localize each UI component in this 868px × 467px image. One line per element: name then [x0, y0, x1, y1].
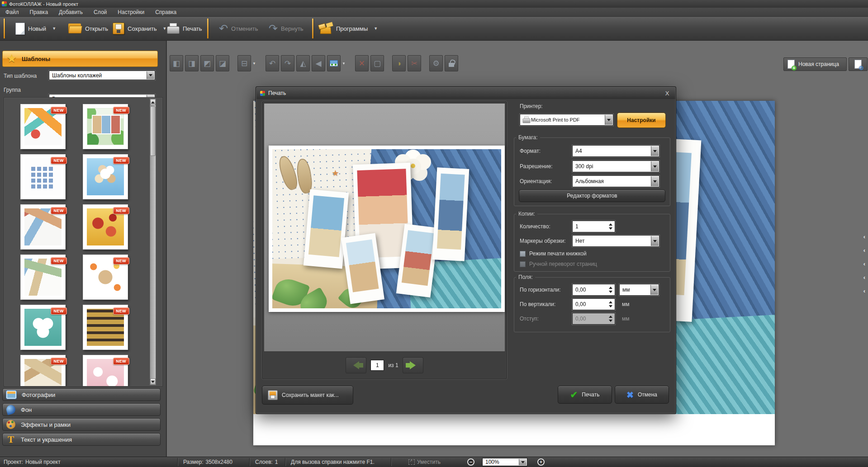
menu-item-5[interactable]: Настройки [112, 8, 150, 16]
fit-page-button[interactable]: ▼ [327, 55, 341, 71]
redo-button[interactable]: ↷ Вернуть [266, 19, 306, 38]
new-page-button[interactable]: Новая страница [783, 57, 847, 71]
template-scrollbar[interactable] [150, 99, 156, 385]
unlock-button[interactable] [445, 55, 458, 71]
vertical-input[interactable] [572, 298, 615, 310]
template-thumb[interactable]: NEW [20, 204, 66, 250]
chevron-down-icon[interactable] [651, 161, 659, 171]
flip-horizontal-button[interactable]: ◭ [296, 55, 310, 71]
markers-select[interactable]: Нет [572, 235, 659, 247]
layer-forward-button[interactable]: ◧ [170, 55, 183, 71]
template-thumb[interactable]: NEW [83, 204, 128, 250]
undo-button[interactable]: ↶ Отменить [216, 19, 261, 38]
printer-select[interactable]: Microsoft Print to PDF [520, 114, 613, 126]
chevron-down-icon[interactable]: ▼ [341, 56, 346, 71]
cut-button[interactable]: ✂ [408, 55, 421, 71]
zoom-in-icon: + [537, 458, 545, 466]
unit-select[interactable]: мм [619, 284, 659, 296]
chevron-down-icon[interactable] [651, 236, 659, 246]
zoom-in-button[interactable]: + [537, 457, 545, 467]
collage-preview: ★ [272, 149, 501, 308]
template-thumb[interactable]: NEW [83, 154, 128, 199]
menu-item-2[interactable]: Правка [24, 8, 54, 16]
copies-count-value[interactable] [573, 222, 607, 231]
dialog-cancel-button[interactable]: ✖ Отмена [615, 386, 669, 404]
copies-count-input[interactable] [572, 221, 615, 232]
delete-button[interactable]: ✕ [355, 55, 369, 71]
template-thumb[interactable]: NEW [20, 154, 66, 199]
menu-item-1[interactable]: Файл [0, 8, 24, 16]
chevron-down-icon[interactable] [147, 71, 154, 79]
programs-button[interactable]: Программы ▼ [316, 19, 380, 38]
scroll-up-icon[interactable] [150, 99, 156, 105]
template-type-select[interactable]: Шаблоны коллажей [49, 71, 155, 80]
close-icon[interactable]: X [663, 89, 671, 97]
template-thumb[interactable]: NEW [20, 305, 66, 350]
save-button[interactable]: Сохранить ▼ [110, 19, 170, 38]
new-button[interactable]: Новый ▼ [13, 19, 59, 38]
page-number-input[interactable] [370, 360, 384, 371]
scrollbar-thumb[interactable] [150, 106, 156, 156]
template-thumb[interactable]: NEW [83, 255, 128, 300]
chevron-down-icon[interactable]: ▼ [374, 26, 378, 31]
horizontal-input[interactable] [572, 284, 615, 296]
resolution-select[interactable]: 300 dpi [572, 160, 659, 172]
printer-settings-button[interactable]: Настройки [617, 113, 666, 128]
chevron-down-icon[interactable] [651, 146, 659, 156]
print-button[interactable]: Печать [164, 19, 205, 38]
templates-header[interactable]: ★ Шаблоны [2, 51, 158, 67]
section-background[interactable]: Фон [2, 403, 161, 416]
template-thumb[interactable]: NEW [20, 355, 66, 387]
menu-item-4[interactable]: Слой [88, 8, 112, 16]
align-button[interactable]: ⊟▼ [237, 55, 251, 71]
zoom-out-button[interactable]: − [467, 457, 474, 467]
template-thumb[interactable]: NEW [83, 355, 128, 387]
section-photos[interactable]: Фотографии [2, 388, 161, 401]
fit-button[interactable]: Уместить [408, 457, 441, 467]
layer-back-button[interactable]: ◪ [216, 55, 229, 71]
layer-front-button[interactable]: ◩ [200, 55, 214, 71]
orientation-select[interactable]: Альбомная [572, 175, 659, 187]
spinner-arrows-icon[interactable] [608, 221, 613, 232]
rotate-left-button[interactable]: ↶ [266, 55, 279, 71]
save-layout-button[interactable]: Сохранить макет как... [262, 386, 353, 405]
collapse-panel-handle[interactable]: ‹‹‹‹‹ [861, 233, 868, 332]
booklet-checkbox[interactable]: Режим печати книжкой [520, 250, 587, 257]
spinner-arrows-icon[interactable] [608, 284, 613, 295]
prev-page-button[interactable] [346, 357, 366, 373]
next-page-button[interactable] [403, 357, 423, 373]
template-thumb[interactable]: NEW [83, 104, 128, 149]
settings-gear-button[interactable]: ⚙ [429, 55, 443, 71]
format-select[interactable]: A4 [572, 145, 659, 157]
chevron-down-icon[interactable] [519, 459, 526, 465]
horizontal-value[interactable] [573, 285, 607, 295]
page-settings-button[interactable] [849, 57, 868, 71]
zoom-select[interactable]: 100% [482, 458, 527, 466]
new-page-icon [787, 60, 795, 69]
template-thumb[interactable]: NEW [20, 104, 66, 149]
chevron-down-icon[interactable]: ▼ [52, 26, 56, 31]
menu-item-6[interactable]: Справка [150, 8, 182, 16]
menu-item-3[interactable]: Добавить [53, 8, 88, 16]
flip-vertical-button[interactable]: ◀ [312, 55, 325, 71]
manual-flip-checkbox[interactable]: Ручной переворот страниц [520, 261, 597, 267]
section-effects[interactable]: Эффекты и рамки [2, 418, 161, 431]
section-text[interactable]: TТекст и украшения [2, 433, 161, 446]
chevron-down-icon[interactable] [650, 285, 658, 295]
scroll-down-icon[interactable] [150, 378, 156, 385]
chevron-down-icon[interactable] [605, 115, 612, 125]
print-dialog-titlebar[interactable]: Печать [256, 87, 675, 99]
dialog-print-button[interactable]: ✔ Печать [558, 386, 612, 404]
rotate-right-button[interactable]: ↷ [281, 55, 294, 71]
template-thumb[interactable]: NEW [83, 305, 128, 350]
chevron-down-icon[interactable]: ▼ [251, 56, 257, 71]
effects-blob-button[interactable]: ◑ [392, 55, 406, 71]
open-button[interactable]: Открыть [66, 19, 111, 38]
vertical-value[interactable] [573, 299, 607, 309]
format-editor-button[interactable]: Редактор форматов [519, 189, 665, 202]
spinner-arrows-icon[interactable] [608, 299, 613, 310]
crop-button[interactable]: ▢ [370, 55, 384, 71]
chevron-down-icon[interactable] [651, 176, 659, 186]
layer-backward-button[interactable]: ◨ [185, 55, 199, 71]
template-thumb[interactable]: NEW [20, 255, 66, 300]
